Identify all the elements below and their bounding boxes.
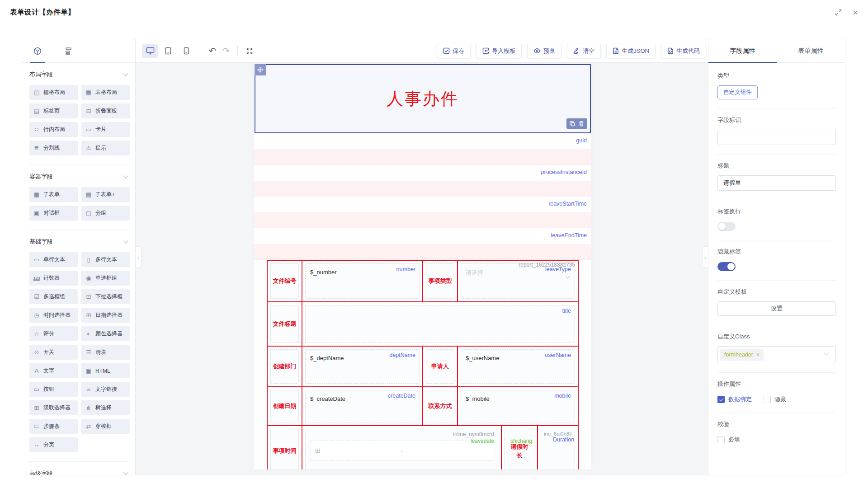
redo-button[interactable]: ↷ (219, 44, 233, 58)
section-header-advanced[interactable]: 高级字段 (29, 469, 129, 475)
palette-item-text[interactable]: A文字 (29, 363, 78, 378)
palette-item-dialog[interactable]: ▣对话框 (29, 206, 78, 221)
report-table-widget[interactable]: report_1622518382735 文件编号 $_numbernumber… (267, 260, 579, 469)
palette-item-single-text[interactable]: ▭单行文本 (29, 252, 78, 267)
palette-item-transfer[interactable]: ⇄穿梭框 (81, 419, 130, 434)
palette-item-cascader[interactable]: ⊞级联选择器 (29, 400, 78, 415)
custom-class-select[interactable]: formheader × (717, 346, 836, 363)
cell-field-dept-name[interactable]: $_deptNamedeptName (302, 347, 423, 386)
section-header-container[interactable]: 容器字段 (29, 173, 129, 181)
palette-item-card[interactable]: ▭卡片 (81, 122, 130, 137)
palette-item-inline-layout[interactable]: ∷行内布局 (29, 122, 78, 137)
hide-label-toggle[interactable] (717, 262, 736, 271)
generate-code-button[interactable]: 生成代码 (661, 44, 706, 58)
palette-item-multi-text[interactable]: ▯多行文本 (81, 252, 130, 267)
palette-item-switch[interactable]: ⊙开关 (29, 345, 78, 360)
hidden-field-processInstanceId[interactable]: processInstanceId (254, 165, 591, 181)
palette-item-button[interactable]: ▭按钮 (29, 382, 78, 397)
hidden-field-leaveStartTime[interactable]: leaveStartTime (254, 197, 591, 212)
cell-field-title[interactable]: title (302, 302, 578, 346)
hidden-field-guid[interactable]: guid (254, 133, 591, 149)
design-canvas[interactable]: 人事办件 guid processInstanceId (136, 63, 708, 475)
cell-label-create-date[interactable]: 创建日期 (268, 387, 302, 425)
cell-field-user-name[interactable]: $_userNameuserName (458, 347, 578, 386)
palette-item-checkbox-group[interactable]: ☑多选框组 (29, 289, 78, 304)
palette-item-table-layout[interactable]: ▦表格布局 (81, 85, 130, 100)
palette-item-tree-select[interactable]: ⋔树选择 (81, 400, 130, 415)
palette-item-rate[interactable]: ☆评分 (29, 326, 78, 341)
palette-item-alert[interactable]: ⚠提示 (81, 141, 130, 155)
cell-label-matter-type[interactable]: 事项类型 (423, 261, 458, 301)
collapse-sidebar-handle[interactable]: ‹ (136, 246, 142, 268)
section-header-basic[interactable]: 基础字段 (29, 238, 129, 246)
form-header-widget[interactable]: 人事办件 (255, 64, 591, 133)
palette-item-radio-group[interactable]: ◉单选框组 (81, 271, 130, 286)
hidden-field-placeholder[interactable] (254, 181, 591, 197)
palette-item-text-link[interactable]: ∞文字链接 (81, 382, 130, 397)
palette-item-divider[interactable]: ≣分割线 (29, 141, 78, 155)
palette-item-group[interactable]: ▢分组 (81, 206, 130, 221)
title-input[interactable] (717, 175, 836, 191)
palette-item-time-picker[interactable]: ◷时间选择器 (29, 308, 78, 323)
cell-label-create-dept[interactable]: 创建部门 (268, 347, 302, 386)
delete-widget-icon[interactable] (579, 121, 584, 127)
save-button[interactable]: 保存 (437, 44, 471, 58)
hidden-field-placeholder[interactable] (254, 212, 591, 228)
palette-item-select[interactable]: ⊡下拉选择框 (81, 289, 130, 304)
data-binding-checkbox[interactable]: 数据绑定 (717, 395, 752, 404)
label-wrap-toggle[interactable] (717, 222, 736, 231)
cell-label-contact[interactable]: 联系方式 (423, 387, 458, 425)
fullscreen-toggle-icon[interactable] (835, 9, 842, 16)
palette-item-color-picker[interactable]: ◐颜色选择器 (81, 326, 130, 341)
hidden-checkbox[interactable]: 隐藏 (764, 395, 786, 404)
cell-label-file-number[interactable]: 文件编号 (268, 261, 302, 301)
cell-label-leave-duration[interactable]: shichang请假时长 (502, 426, 538, 469)
tab-form-properties[interactable]: 表单属性 (777, 39, 845, 62)
drag-handle[interactable] (255, 64, 266, 75)
tab-field-properties[interactable]: 字段属性 (708, 39, 777, 62)
section-header-layout[interactable]: 布局字段 (29, 70, 129, 79)
cell-label-matter-time[interactable]: 事项时间 (268, 426, 302, 469)
undo-button[interactable]: ↶ (206, 44, 219, 58)
palette-item-slider[interactable]: ☰滑块 (81, 345, 130, 360)
palette-item-tabs[interactable]: ▤标签页 (29, 103, 78, 118)
required-checkbox[interactable]: 必填 (717, 436, 740, 444)
fullscreen-button[interactable] (242, 44, 257, 58)
palette-item-grid-layout[interactable]: ◫栅格布局 (29, 85, 78, 100)
template-settings-button[interactable]: 设置 (717, 301, 836, 316)
hidden-field-placeholder[interactable] (254, 149, 591, 165)
cell-field-leave-date-range[interactable]: inline_nym8mcrdleavedate ⊞ - (302, 426, 502, 469)
tab-outline[interactable] (59, 39, 77, 62)
copy-widget-icon[interactable] (570, 121, 575, 127)
device-desktop-button[interactable] (142, 44, 158, 58)
close-icon[interactable]: × (853, 8, 858, 17)
palette-item-pagination[interactable]: ↔分页 (29, 437, 78, 452)
palette-item-html[interactable]: ▣HTML (81, 363, 130, 378)
device-tablet-button[interactable] (160, 44, 176, 58)
clear-button[interactable]: 清空 (567, 44, 601, 58)
hidden-field-placeholder[interactable] (254, 244, 591, 260)
clear-label: 清空 (583, 47, 594, 55)
collapse-panel-handle[interactable]: › (702, 246, 708, 268)
field-id-input[interactable] (717, 130, 836, 145)
remove-class-icon[interactable]: × (756, 352, 760, 358)
tab-components[interactable] (28, 39, 47, 62)
cell-field-mobile[interactable]: $_mobilemobile (458, 387, 578, 425)
palette-item-collapse-panel[interactable]: ⊟折叠面板 (81, 103, 130, 118)
import-template-button[interactable]: 导入模板 (476, 44, 522, 58)
palette-item-date-picker[interactable]: ⊞日期选择器 (81, 308, 130, 323)
palette-item-steps[interactable]: ≔步骤条 (29, 419, 78, 434)
palette-item-subform-plus[interactable]: ▤子表单+ (81, 187, 130, 202)
generate-json-button[interactable]: 生成JSON (606, 44, 656, 58)
cell-field-create-date[interactable]: $_createDatecreateDate (302, 387, 423, 425)
cell-label-applicant[interactable]: 申请人 (423, 347, 458, 386)
type-value-tag[interactable]: 自定义组件 (717, 85, 758, 99)
device-phone-button[interactable] (178, 44, 194, 58)
palette-item-counter[interactable]: 123计数器 (29, 271, 78, 286)
cell-field-duration[interactable]: ine_6ai0h8lrDuration (538, 426, 578, 469)
preview-button[interactable]: 预览 (527, 44, 561, 58)
cell-label-file-title[interactable]: 文件标题 (268, 302, 302, 346)
cell-field-number[interactable]: $_numbernumber (302, 261, 423, 301)
hidden-field-leaveEndTime[interactable]: leaveEndTime (254, 228, 591, 244)
palette-item-subform[interactable]: ▦子表单 (29, 187, 78, 202)
